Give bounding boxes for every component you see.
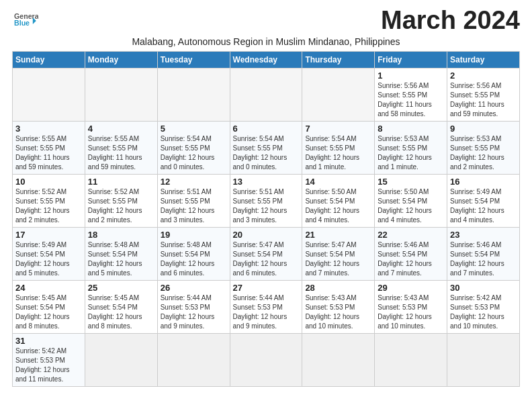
day-info: Sunrise: 5:44 AM Sunset: 5:53 PM Dayligh… bbox=[233, 293, 300, 331]
calendar-cell: 24Sunrise: 5:45 AM Sunset: 5:54 PM Dayli… bbox=[13, 280, 85, 333]
day-info: Sunrise: 5:56 AM Sunset: 5:55 PM Dayligh… bbox=[450, 81, 517, 119]
day-number: 24 bbox=[15, 283, 82, 293]
day-info: Sunrise: 5:43 AM Sunset: 5:53 PM Dayligh… bbox=[378, 293, 444, 331]
calendar-cell: 12Sunrise: 5:51 AM Sunset: 5:55 PM Dayli… bbox=[157, 174, 230, 227]
page-header: General Blue March 2024 bbox=[12, 7, 520, 35]
calendar-table: SundayMondayTuesdayWednesdayThursdayFrid… bbox=[12, 51, 520, 387]
calendar-cell bbox=[302, 68, 375, 121]
day-info: Sunrise: 5:54 AM Sunset: 5:55 PM Dayligh… bbox=[305, 134, 371, 172]
day-info: Sunrise: 5:46 AM Sunset: 5:54 PM Dayligh… bbox=[450, 240, 517, 278]
day-info: Sunrise: 5:53 AM Sunset: 5:55 PM Dayligh… bbox=[378, 134, 444, 172]
day-number: 10 bbox=[15, 177, 82, 187]
day-header-saturday: Saturday bbox=[447, 51, 520, 68]
day-number: 9 bbox=[450, 124, 517, 134]
calendar-cell: 19Sunrise: 5:48 AM Sunset: 5:54 PM Dayli… bbox=[157, 227, 230, 280]
svg-text:Blue: Blue bbox=[14, 19, 30, 27]
calendar-cell: 21Sunrise: 5:47 AM Sunset: 5:54 PM Dayli… bbox=[302, 227, 375, 280]
day-header-sunday: Sunday bbox=[13, 51, 85, 68]
day-info: Sunrise: 5:42 AM Sunset: 5:53 PM Dayligh… bbox=[450, 293, 517, 331]
calendar-cell bbox=[157, 333, 230, 386]
week-row: 10Sunrise: 5:52 AM Sunset: 5:55 PM Dayli… bbox=[13, 174, 520, 227]
calendar-cell: 1Sunrise: 5:56 AM Sunset: 5:55 PM Daylig… bbox=[375, 68, 447, 121]
calendar-cell: 30Sunrise: 5:42 AM Sunset: 5:53 PM Dayli… bbox=[447, 280, 520, 333]
day-info: Sunrise: 5:54 AM Sunset: 5:55 PM Dayligh… bbox=[233, 134, 300, 172]
day-number: 5 bbox=[161, 124, 227, 134]
day-info: Sunrise: 5:48 AM Sunset: 5:54 PM Dayligh… bbox=[88, 240, 154, 278]
day-info: Sunrise: 5:50 AM Sunset: 5:54 PM Dayligh… bbox=[305, 187, 371, 225]
day-number: 15 bbox=[378, 177, 444, 187]
calendar-cell bbox=[157, 68, 230, 121]
month-title: March 2024 bbox=[381, 7, 520, 35]
day-number: 18 bbox=[88, 230, 154, 240]
day-number: 7 bbox=[305, 124, 371, 134]
day-number: 4 bbox=[88, 124, 154, 134]
day-info: Sunrise: 5:49 AM Sunset: 5:54 PM Dayligh… bbox=[15, 240, 82, 278]
day-info: Sunrise: 5:55 AM Sunset: 5:55 PM Dayligh… bbox=[88, 134, 154, 172]
calendar-cell bbox=[85, 333, 157, 386]
day-info: Sunrise: 5:51 AM Sunset: 5:55 PM Dayligh… bbox=[233, 187, 300, 225]
calendar-cell: 20Sunrise: 5:47 AM Sunset: 5:54 PM Dayli… bbox=[230, 227, 302, 280]
day-info: Sunrise: 5:51 AM Sunset: 5:55 PM Dayligh… bbox=[161, 187, 227, 225]
day-number: 28 bbox=[305, 283, 371, 293]
calendar-cell: 23Sunrise: 5:46 AM Sunset: 5:54 PM Dayli… bbox=[447, 227, 520, 280]
day-info: Sunrise: 5:52 AM Sunset: 5:55 PM Dayligh… bbox=[15, 187, 82, 225]
day-info: Sunrise: 5:49 AM Sunset: 5:54 PM Dayligh… bbox=[450, 187, 517, 225]
day-number: 22 bbox=[378, 230, 444, 240]
subtitle: Malabang, Autonomous Region in Muslim Mi… bbox=[12, 36, 520, 47]
day-info: Sunrise: 5:43 AM Sunset: 5:53 PM Dayligh… bbox=[305, 293, 371, 331]
calendar-cell bbox=[230, 333, 302, 386]
day-number: 25 bbox=[88, 283, 154, 293]
calendar-cell: 13Sunrise: 5:51 AM Sunset: 5:55 PM Dayli… bbox=[230, 174, 302, 227]
day-header-tuesday: Tuesday bbox=[157, 51, 230, 68]
week-row: 1Sunrise: 5:56 AM Sunset: 5:55 PM Daylig… bbox=[13, 68, 520, 121]
day-number: 3 bbox=[15, 124, 82, 134]
day-number: 30 bbox=[450, 283, 517, 293]
day-info: Sunrise: 5:55 AM Sunset: 5:55 PM Dayligh… bbox=[15, 134, 82, 172]
day-header-thursday: Thursday bbox=[302, 51, 375, 68]
calendar-cell: 18Sunrise: 5:48 AM Sunset: 5:54 PM Dayli… bbox=[85, 227, 157, 280]
calendar-cell: 11Sunrise: 5:52 AM Sunset: 5:55 PM Dayli… bbox=[85, 174, 157, 227]
calendar-cell: 31Sunrise: 5:42 AM Sunset: 5:53 PM Dayli… bbox=[13, 333, 85, 386]
week-row: 3Sunrise: 5:55 AM Sunset: 5:55 PM Daylig… bbox=[13, 121, 520, 174]
week-row: 17Sunrise: 5:49 AM Sunset: 5:54 PM Dayli… bbox=[13, 227, 520, 280]
day-number: 27 bbox=[233, 283, 300, 293]
day-number: 16 bbox=[450, 177, 517, 187]
day-number: 14 bbox=[305, 177, 371, 187]
calendar-cell: 27Sunrise: 5:44 AM Sunset: 5:53 PM Dayli… bbox=[230, 280, 302, 333]
logo-icon: General Blue bbox=[14, 11, 38, 31]
logo: General Blue bbox=[12, 11, 40, 34]
calendar-cell: 3Sunrise: 5:55 AM Sunset: 5:55 PM Daylig… bbox=[13, 121, 85, 174]
day-info: Sunrise: 5:47 AM Sunset: 5:54 PM Dayligh… bbox=[233, 240, 300, 278]
day-info: Sunrise: 5:45 AM Sunset: 5:54 PM Dayligh… bbox=[15, 293, 82, 331]
calendar-cell: 22Sunrise: 5:46 AM Sunset: 5:54 PM Dayli… bbox=[375, 227, 447, 280]
calendar-cell: 15Sunrise: 5:50 AM Sunset: 5:54 PM Dayli… bbox=[375, 174, 447, 227]
calendar-cell: 6Sunrise: 5:54 AM Sunset: 5:55 PM Daylig… bbox=[230, 121, 302, 174]
calendar-cell: 17Sunrise: 5:49 AM Sunset: 5:54 PM Dayli… bbox=[13, 227, 85, 280]
day-header-monday: Monday bbox=[85, 51, 157, 68]
calendar-cell bbox=[230, 68, 302, 121]
day-number: 26 bbox=[161, 283, 227, 293]
day-info: Sunrise: 5:44 AM Sunset: 5:53 PM Dayligh… bbox=[161, 293, 227, 331]
week-row: 24Sunrise: 5:45 AM Sunset: 5:54 PM Dayli… bbox=[13, 280, 520, 333]
calendar-cell: 5Sunrise: 5:54 AM Sunset: 5:55 PM Daylig… bbox=[157, 121, 230, 174]
day-number: 29 bbox=[378, 283, 444, 293]
day-number: 11 bbox=[88, 177, 154, 187]
calendar-cell: 10Sunrise: 5:52 AM Sunset: 5:55 PM Dayli… bbox=[13, 174, 85, 227]
day-header-wednesday: Wednesday bbox=[230, 51, 302, 68]
day-header-friday: Friday bbox=[375, 51, 447, 68]
calendar-cell bbox=[13, 68, 85, 121]
calendar-cell: 8Sunrise: 5:53 AM Sunset: 5:55 PM Daylig… bbox=[375, 121, 447, 174]
calendar-cell: 28Sunrise: 5:43 AM Sunset: 5:53 PM Dayli… bbox=[302, 280, 375, 333]
calendar-cell: 2Sunrise: 5:56 AM Sunset: 5:55 PM Daylig… bbox=[447, 68, 520, 121]
calendar-cell: 4Sunrise: 5:55 AM Sunset: 5:55 PM Daylig… bbox=[85, 121, 157, 174]
calendar-cell: 16Sunrise: 5:49 AM Sunset: 5:54 PM Dayli… bbox=[447, 174, 520, 227]
calendar-cell bbox=[375, 333, 447, 386]
calendar-cell bbox=[447, 333, 520, 386]
calendar-cell: 26Sunrise: 5:44 AM Sunset: 5:53 PM Dayli… bbox=[157, 280, 230, 333]
day-number: 6 bbox=[233, 124, 300, 134]
day-info: Sunrise: 5:53 AM Sunset: 5:55 PM Dayligh… bbox=[450, 134, 517, 172]
calendar-cell bbox=[302, 333, 375, 386]
day-number: 13 bbox=[233, 177, 300, 187]
day-info: Sunrise: 5:50 AM Sunset: 5:54 PM Dayligh… bbox=[378, 187, 444, 225]
calendar-cell bbox=[85, 68, 157, 121]
